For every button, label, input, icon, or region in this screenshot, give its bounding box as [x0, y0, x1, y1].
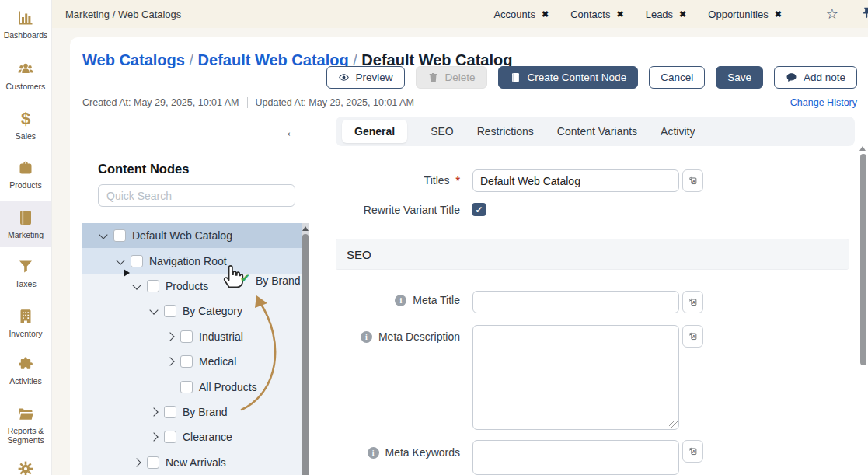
svg-text:A: A	[692, 179, 695, 183]
tree-item-by-brand[interactable]: By Brand	[82, 400, 309, 424]
add-note-button[interactable]: Add note	[774, 66, 857, 89]
cancel-button[interactable]: Cancel	[649, 66, 705, 89]
rewrite-variant-title-checkbox[interactable]	[472, 203, 486, 216]
close-icon[interactable]: ✖	[679, 9, 686, 19]
main-scrollbar-thumb[interactable]	[860, 154, 866, 365]
pin-icon[interactable]	[860, 5, 868, 23]
divider	[247, 97, 248, 108]
workspace-tab-contacts[interactable]: Contacts ✖	[570, 9, 624, 20]
translate-button[interactable]: A	[682, 440, 703, 463]
tab-general[interactable]: General	[342, 120, 407, 143]
tree-checkbox[interactable]	[147, 280, 159, 292]
chevron-down-icon[interactable]	[99, 232, 107, 239]
chevron-down-icon[interactable]	[117, 257, 124, 265]
sidebar-item-inventory[interactable]: Inventory	[0, 306, 51, 338]
sidebar-item-products[interactable]: Products	[0, 158, 51, 190]
info-icon[interactable]: i	[368, 447, 379, 459]
chevron-spacer	[166, 383, 174, 391]
meta-description-textarea[interactable]	[472, 325, 679, 430]
sidebar-item-settings[interactable]	[0, 459, 51, 475]
chevron-right-icon[interactable]	[166, 333, 174, 341]
tree-checkbox[interactable]	[131, 255, 143, 267]
scroll-up-arrow-icon[interactable]	[302, 226, 309, 231]
resize-grip-icon[interactable]	[669, 420, 678, 428]
meta-keywords-input[interactable]	[472, 440, 679, 475]
svg-text:A: A	[692, 449, 695, 454]
sidebar-item-reports-segments[interactable]: Reports & Segments	[0, 403, 51, 445]
tree-item-medical[interactable]: Medical	[82, 349, 309, 374]
tree-checkbox[interactable]	[147, 456, 159, 469]
sidebar-item-marketing[interactable]: Marketing	[0, 201, 51, 247]
tree-checkbox[interactable]	[180, 381, 193, 393]
workspace-tab-opportunities[interactable]: Opportunities ✖	[708, 9, 782, 20]
change-history-link[interactable]: Change History	[790, 97, 857, 108]
tree-checkbox[interactable]	[113, 229, 126, 242]
tab-seo[interactable]: SEO	[431, 125, 454, 138]
tab-activity[interactable]: Activity	[661, 125, 695, 138]
collapse-panel-button arrow-left-icon[interactable]: ←	[284, 124, 299, 139]
chevron-right-icon[interactable]	[150, 433, 158, 441]
translate-button[interactable]: A	[682, 169, 703, 192]
drop-indicator-icon	[124, 269, 130, 277]
info-icon[interactable]: i	[395, 295, 406, 306]
book-icon	[510, 72, 521, 83]
book-icon	[16, 208, 36, 228]
trash-icon	[427, 72, 439, 83]
create-content-node-button[interactable]: Create Content Node	[498, 66, 639, 89]
translate-icon: A	[688, 330, 698, 343]
translate-button[interactable]: A	[682, 325, 703, 348]
preview-button[interactable]: Preview	[326, 66, 405, 89]
tree-checkbox[interactable]	[180, 355, 193, 368]
sidebar-item-label: Inventory	[2, 329, 50, 338]
app-sidebar: Dashboards Customers $ Sales Products Ma…	[0, 0, 52, 475]
workspace-tab-leads[interactable]: Leads ✖	[646, 9, 687, 20]
title-link-web-catalogs[interactable]: Web Catalogs	[82, 51, 185, 68]
close-icon[interactable]: ✖	[542, 9, 549, 19]
breadcrumb: Marketing / Web Catalogs	[65, 9, 181, 20]
chevron-right-icon[interactable]	[166, 358, 174, 365]
translate-icon: A	[688, 445, 698, 458]
tab-content-variants[interactable]: Content Variants	[557, 125, 637, 138]
created-at: Created At: May 29, 2025, 10:01 AM	[82, 97, 239, 108]
briefcase-icon	[16, 158, 36, 178]
sidebar-item-label: Customers	[2, 82, 50, 91]
tab-restrictions[interactable]: Restrictions	[477, 125, 534, 138]
eye-icon	[338, 72, 350, 83]
delete-button[interactable]: Delete	[416, 66, 487, 89]
chevron-right-icon[interactable]	[133, 459, 141, 466]
tree-item-all-products[interactable]: All Products	[82, 374, 309, 399]
tree-checkbox[interactable]	[164, 406, 176, 418]
sidebar-item-label: Taxes	[2, 279, 50, 288]
info-icon[interactable]: i	[361, 331, 372, 343]
sidebar-item-label: Products	[2, 180, 50, 190]
dollar-icon: $	[16, 109, 36, 129]
workspace-tab-accounts[interactable]: Accounts ✖	[493, 9, 549, 20]
meta-title-input[interactable]	[472, 291, 679, 313]
sidebar-item-dashboards[interactable]: Dashboards	[0, 8, 51, 40]
sidebar-item-sales[interactable]: $ Sales	[0, 109, 51, 141]
chevron-down-icon[interactable]	[133, 282, 141, 290]
chevron-right-icon[interactable]	[150, 408, 158, 416]
favorite-star-icon[interactable]: ☆	[826, 7, 838, 21]
scroll-up-arrow-icon[interactable]	[859, 146, 866, 151]
close-icon[interactable]: ✖	[775, 9, 782, 19]
tree-checkbox[interactable]	[164, 305, 176, 317]
translate-button[interactable]: A	[682, 291, 703, 313]
meta-description-label: i Meta Description	[272, 330, 460, 343]
drag-ghost-label: By Brand	[256, 274, 301, 287]
tree-item-default-web-catalog[interactable]: Default Web Catalog	[82, 223, 309, 248]
close-icon[interactable]: ✖	[616, 9, 623, 19]
tree-checkbox[interactable]	[164, 431, 176, 443]
workspace-tabs: Accounts ✖ Contacts ✖ Leads ✖ Opportunit…	[493, 5, 868, 23]
sidebar-item-customers[interactable]: Customers	[0, 59, 51, 91]
drag-ghost: ✔ By Brand	[221, 261, 322, 297]
translate-icon: A	[688, 174, 698, 187]
quick-search-input[interactable]	[98, 184, 295, 207]
translate-icon: A	[688, 295, 698, 309]
save-button[interactable]: Save	[716, 66, 763, 89]
chevron-down-icon[interactable]	[150, 307, 158, 315]
titles-input[interactable]	[472, 169, 679, 192]
sidebar-item-taxes[interactable]: Taxes	[0, 257, 51, 288]
sidebar-item-activities[interactable]: Activities	[0, 354, 51, 386]
tree-checkbox[interactable]	[180, 330, 193, 343]
